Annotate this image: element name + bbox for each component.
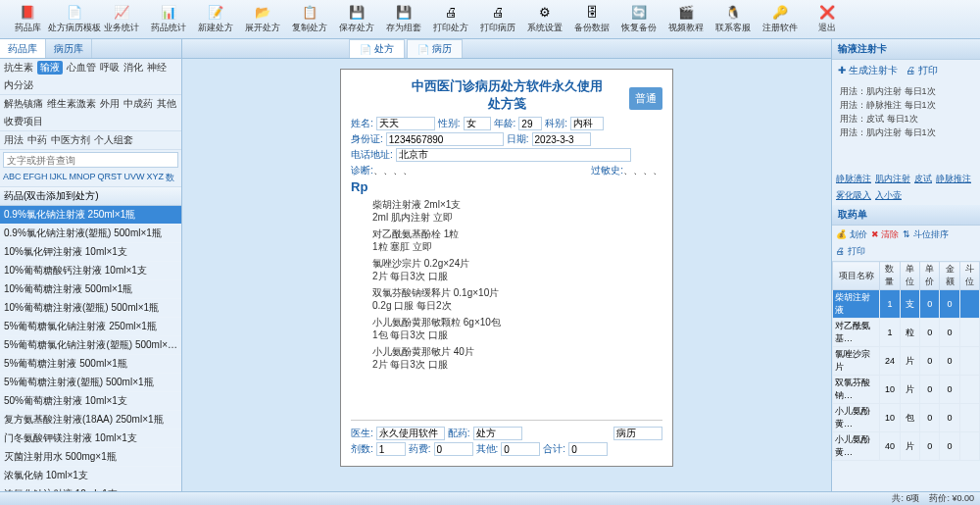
- drug-item[interactable]: 门冬氨酸钾镁注射液 10ml×1支: [0, 429, 181, 448]
- rx-row[interactable]: 对乙酰氨基…1粒00: [833, 319, 980, 347]
- inj-type-link[interactable]: 入小壶: [875, 189, 902, 202]
- drug-item[interactable]: 10%葡萄糖注射液 500ml×1瓶: [0, 280, 181, 299]
- drug-item[interactable]: 5%葡萄糖注射液(塑瓶) 500ml×1瓶: [0, 374, 181, 392]
- rx-item[interactable]: 小儿氨酚黄那敏片 40片2片 每日3次 口服: [372, 345, 662, 371]
- category-item[interactable]: 输液: [37, 61, 63, 75]
- category-item[interactable]: 其他: [157, 97, 176, 111]
- category-item[interactable]: 神经: [147, 61, 167, 75]
- date-field[interactable]: [532, 132, 591, 146]
- total-field[interactable]: [568, 442, 608, 456]
- toolbar-14[interactable]: 🎬 视频教程: [662, 2, 710, 36]
- rx-item[interactable]: 氯唑沙宗片 0.2g×24片2片 每日3次 口服: [372, 257, 662, 282]
- category-item[interactable]: 心血管: [67, 61, 96, 75]
- rx-item[interactable]: 双氯芬酸钠缓释片 0.1g×10片0.2g 口服 每日2次: [372, 286, 662, 312]
- toolbar-13[interactable]: 🔄 恢复备份: [615, 2, 662, 36]
- category-item[interactable]: 收费项目: [4, 115, 43, 128]
- inj-type-link[interactable]: 雾化吸入: [836, 189, 871, 202]
- category-item[interactable]: 个人组套: [94, 133, 133, 147]
- toolbar-9[interactable]: 🖨 打印处方: [427, 2, 474, 36]
- drug-item[interactable]: 复方氨基酸注射液(18AA) 250ml×1瓶: [0, 411, 181, 429]
- category-item[interactable]: 中药: [27, 133, 47, 147]
- inj-type-link[interactable]: 静脉滴注: [836, 173, 871, 185]
- toolbar-12[interactable]: 🗄 备份数据: [568, 2, 615, 36]
- category-item[interactable]: 中成药: [123, 97, 153, 111]
- category-item[interactable]: 维生素激素: [47, 97, 96, 111]
- allergy-value[interactable]: 、、、、: [623, 164, 662, 177]
- inj-type-link[interactable]: 皮试: [914, 173, 932, 185]
- drug-item[interactable]: 5%葡萄糖氯化钠注射液 250ml×1瓶: [0, 318, 181, 336]
- alpha-item[interactable]: ABC: [3, 172, 22, 184]
- toolbar-4[interactable]: 📝 新建处方: [192, 2, 239, 36]
- category-item[interactable]: 内分泌: [4, 78, 33, 92]
- rx-row[interactable]: 小儿氨酚黄…10包00: [833, 404, 980, 432]
- rx-item[interactable]: 小儿氨酚黄那敏颗粒 6g×10包1包 每日3次 口服: [372, 316, 662, 341]
- drug-item[interactable]: 5%葡萄糖氯化钠注射液(塑瓶) 500ml×1瓶: [0, 336, 181, 355]
- sort-button[interactable]: ⇅ 斗位排序: [903, 228, 949, 241]
- alpha-item[interactable]: IJKL: [50, 172, 68, 184]
- dept-field[interactable]: [570, 117, 604, 130]
- drug-item[interactable]: 浓氯化钠 10ml×1支: [0, 467, 181, 485]
- tel-field[interactable]: [396, 148, 631, 162]
- print-injection-button[interactable]: 🖨 打印: [906, 64, 938, 77]
- category-item[interactable]: 外用: [100, 97, 120, 111]
- drug-item[interactable]: 50%葡萄糖注射液 10ml×1支: [0, 392, 181, 411]
- age-field[interactable]: [518, 117, 542, 130]
- drug-item[interactable]: 10%氯化钾注射液 10ml×1支: [0, 243, 181, 262]
- search-input[interactable]: [3, 152, 178, 168]
- category-item[interactable]: 消化: [123, 61, 143, 75]
- drug-item[interactable]: 5%葡萄糖注射液 500ml×1瓶: [0, 355, 181, 374]
- alpha-item[interactable]: MNOP: [70, 172, 96, 184]
- drug-item[interactable]: 10%葡萄糖酸钙注射液 10ml×1支: [0, 262, 181, 280]
- sex-field[interactable]: [464, 117, 491, 130]
- inj-type-link[interactable]: 静脉推注: [936, 173, 971, 185]
- tab-drug-lib[interactable]: 药品库: [0, 39, 46, 58]
- drug-item[interactable]: 浓氯化钠注射液 10ml×1支: [0, 485, 181, 491]
- toolbar-11[interactable]: ⚙ 系统设置: [521, 2, 568, 36]
- alpha-item[interactable]: XYZ: [147, 172, 165, 184]
- rx-row[interactable]: 小儿氨酚黄…40片00: [833, 432, 980, 461]
- history-field[interactable]: [613, 427, 662, 440]
- toolbar-8[interactable]: 💾 存为组套: [380, 2, 427, 36]
- toolbar-0[interactable]: 📕 药品库: [4, 2, 51, 36]
- dosecount-field[interactable]: [376, 442, 406, 456]
- drug-item[interactable]: 10%葡萄糖注射液(塑瓶) 500ml×1瓶: [0, 299, 181, 318]
- rx-item[interactable]: 柴胡注射液 2ml×1支2ml 肌内注射 立即: [372, 198, 662, 224]
- alpha-item[interactable]: EFGH: [24, 172, 48, 184]
- toolbar-2[interactable]: 📈 业务统计: [98, 2, 145, 36]
- alpha-item[interactable]: 数: [166, 172, 174, 184]
- rx-row[interactable]: 氯唑沙宗片24片00: [833, 347, 980, 376]
- fee-field[interactable]: [434, 442, 473, 456]
- toolbar-1[interactable]: 📄 处方病历模板: [51, 2, 98, 36]
- category-item[interactable]: 抗生素: [4, 61, 33, 75]
- toolbar-15[interactable]: 🐧 联系客服: [710, 2, 757, 36]
- rx-row[interactable]: 双氯芬酸钠…10片00: [833, 376, 980, 404]
- drug-item[interactable]: 0.9%氯化钠注射液 250ml×1瓶: [0, 206, 181, 225]
- toolbar-6[interactable]: 📋 复制处方: [286, 2, 333, 36]
- other-field[interactable]: [501, 442, 540, 456]
- tab-medical-record[interactable]: 📄病历: [407, 39, 463, 58]
- toolbar-17[interactable]: ❌ 退出: [804, 2, 851, 36]
- drug-list[interactable]: 0.9%氯化钠注射液 250ml×1瓶0.9%氯化钠注射液(塑瓶) 500ml×…: [0, 206, 181, 491]
- inj-type-link[interactable]: 肌内注射: [875, 173, 910, 185]
- id-field[interactable]: [386, 132, 504, 146]
- category-item[interactable]: 解热镇痛: [4, 97, 43, 111]
- dispense-field[interactable]: [473, 427, 522, 440]
- alpha-item[interactable]: QRST: [98, 172, 122, 184]
- gen-injection-card-button[interactable]: ✚ 生成注射卡: [838, 64, 898, 77]
- print-rx-button[interactable]: 🖨 打印: [836, 245, 865, 258]
- tab-history-lib[interactable]: 病历库: [46, 39, 92, 58]
- toolbar-10[interactable]: 🖨 打印病历: [474, 2, 521, 36]
- toolbar-16[interactable]: 🔑 注册软件: [757, 2, 804, 36]
- alpha-item[interactable]: UVW: [124, 172, 145, 184]
- drug-item[interactable]: 灭菌注射用水 500mg×1瓶: [0, 448, 181, 467]
- clear-button[interactable]: ✖ 清除: [871, 228, 900, 241]
- category-item[interactable]: 用法: [4, 133, 24, 147]
- toolbar-5[interactable]: 📂 展开处方: [239, 2, 286, 36]
- doctor-field[interactable]: [376, 427, 445, 440]
- drug-item[interactable]: 0.9%氯化钠注射液(塑瓶) 500ml×1瓶: [0, 225, 181, 243]
- category-item[interactable]: 呼吸: [100, 61, 120, 75]
- price-button[interactable]: 💰 划价: [836, 228, 867, 241]
- category-item[interactable]: 中医方剂: [51, 133, 90, 147]
- name-field[interactable]: [376, 117, 435, 130]
- diag-value[interactable]: 、、、、: [373, 164, 591, 177]
